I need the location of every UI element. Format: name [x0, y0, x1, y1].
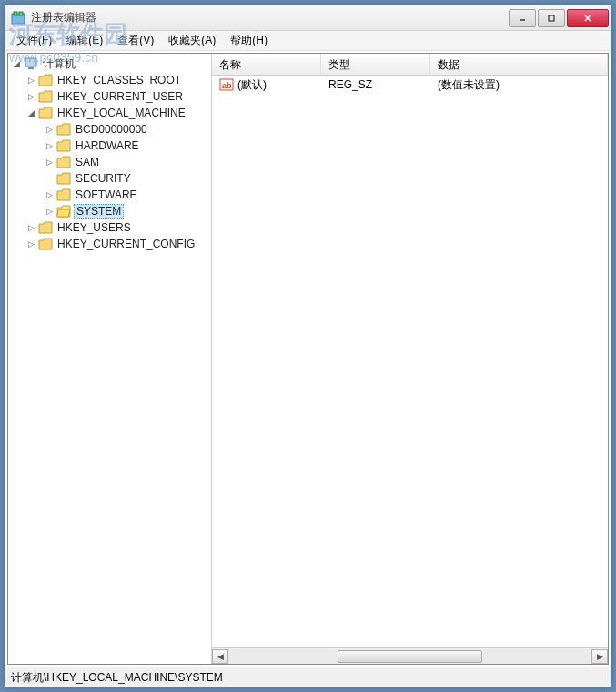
no-expand-icon — [45, 174, 55, 184]
scroll-left-button[interactable]: ◀ — [212, 649, 228, 664]
svg-rect-8 — [28, 67, 34, 69]
tree-item-hkcu[interactable]: ▷ HKEY_CURRENT_USER — [8, 88, 211, 105]
values-pane: 名称 类型 数据 ab(默认) REG_SZ (数值未设置) ◀ ▶ — [212, 54, 608, 664]
close-button[interactable] — [567, 9, 609, 27]
expand-icon[interactable]: ▷ — [45, 207, 55, 217]
value-data: (数值未设置) — [430, 77, 608, 93]
value-type: REG_SZ — [321, 78, 430, 91]
folder-icon — [38, 90, 53, 103]
tree-item-hkcc[interactable]: ▷ HKEY_CURRENT_CONFIG — [8, 236, 211, 252]
menu-view[interactable]: 查看(V) — [110, 31, 161, 50]
folder-icon — [38, 221, 53, 234]
menu-favorites[interactable]: 收藏夹(A) — [161, 31, 223, 50]
computer-icon — [24, 56, 38, 71]
expand-icon[interactable]: ▷ — [45, 125, 55, 135]
content-area: ◢ 计算机 ▷ HKEY_CLASSES_ROOT ▷ HKEY_CURRENT… — [7, 53, 609, 665]
minimize-button[interactable] — [509, 9, 536, 27]
expand-icon[interactable]: ▷ — [45, 141, 55, 151]
folder-open-icon — [56, 205, 71, 218]
svg-rect-4 — [549, 15, 554, 21]
svg-text:ab: ab — [222, 81, 232, 90]
collapse-icon[interactable]: ◢ — [12, 59, 22, 69]
expand-icon[interactable]: ▷ — [26, 92, 36, 102]
title-bar[interactable]: 注册表编辑器 — [5, 5, 611, 31]
menu-edit[interactable]: 编辑(E) — [59, 31, 110, 50]
expand-icon[interactable]: ▷ — [45, 158, 55, 168]
tree-label: SOFTWARE — [74, 188, 139, 201]
tree-item-hklm[interactable]: ◢ HKEY_LOCAL_MACHINE — [8, 105, 211, 121]
status-bar: 计算机\HKEY_LOCAL_MACHINE\SYSTEM — [5, 667, 611, 687]
list-row[interactable]: ab(默认) REG_SZ (数值未设置) — [212, 76, 608, 94]
tree-pane[interactable]: ◢ 计算机 ▷ HKEY_CLASSES_ROOT ▷ HKEY_CURRENT… — [8, 54, 212, 664]
window-title: 注册表编辑器 — [31, 10, 507, 25]
tree-item-hku[interactable]: ▷ HKEY_USERS — [8, 219, 211, 236]
tree-item-system[interactable]: ▷ SYSTEM — [8, 203, 211, 219]
tree-label: SYSTEM — [74, 204, 124, 219]
column-header-data[interactable]: 数据 — [430, 54, 608, 75]
tree-label: HKEY_CURRENT_USER — [56, 90, 185, 103]
menu-bar: 文件(F) 编辑(E) 查看(V) 收藏夹(A) 帮助(H) — [5, 31, 611, 51]
column-header-type[interactable]: 类型 — [321, 54, 430, 75]
tree-label: SAM — [74, 156, 101, 168]
tree-item-security[interactable]: SECURITY — [8, 170, 211, 187]
tree-item-hkcr[interactable]: ▷ HKEY_CLASSES_ROOT — [8, 72, 211, 88]
tree-item-hardware[interactable]: ▷ HARDWARE — [8, 137, 211, 154]
svg-rect-1 — [14, 12, 17, 15]
tree-root-computer[interactable]: ◢ 计算机 — [8, 56, 211, 72]
tree-label: HKEY_CURRENT_CONFIG — [56, 238, 197, 250]
tree-label: 计算机 — [41, 56, 77, 72]
tree-label: HKEY_LOCAL_MACHINE — [56, 107, 187, 119]
tree-label: HARDWARE — [74, 139, 141, 152]
scroll-thumb[interactable] — [338, 650, 483, 663]
tree-label: SECURITY — [74, 172, 133, 185]
tree-label: HKEY_CLASSES_ROOT — [56, 74, 183, 86]
registry-editor-window: 注册表编辑器 文件(F) 编辑(E) 查看(V) 收藏夹(A) 帮助(H) ◢ … — [5, 5, 611, 687]
column-header-name[interactable]: 名称 — [212, 54, 321, 75]
scroll-track[interactable] — [228, 649, 591, 664]
tree-item-sam[interactable]: ▷ SAM — [8, 154, 211, 170]
list-header: 名称 类型 数据 — [212, 54, 608, 76]
folder-icon — [56, 172, 71, 185]
folder-icon — [56, 139, 71, 152]
tree-label: HKEY_USERS — [56, 221, 133, 234]
folder-open-icon — [38, 107, 53, 119]
menu-help[interactable]: 帮助(H) — [223, 31, 275, 50]
expand-icon[interactable]: ▷ — [45, 190, 55, 200]
scroll-right-button[interactable]: ▶ — [591, 649, 608, 664]
regedit-icon — [11, 11, 25, 25]
menu-file[interactable]: 文件(F) — [9, 31, 59, 50]
collapse-icon[interactable]: ◢ — [26, 108, 36, 118]
expand-icon[interactable]: ▷ — [26, 76, 36, 86]
folder-icon — [56, 188, 71, 201]
folder-icon — [38, 74, 53, 86]
expand-icon[interactable]: ▷ — [26, 239, 36, 249]
value-name: (默认) — [237, 78, 267, 91]
folder-icon — [56, 156, 71, 168]
expand-icon[interactable]: ▷ — [26, 223, 36, 233]
svg-rect-2 — [19, 12, 23, 15]
folder-icon — [56, 123, 71, 136]
tree-label: BCD00000000 — [74, 123, 149, 136]
string-value-icon: ab — [219, 77, 234, 92]
maximize-button[interactable] — [538, 9, 565, 27]
status-path: 计算机\HKEY_LOCAL_MACHINE\SYSTEM — [11, 671, 223, 684]
list-body[interactable]: ab(默认) REG_SZ (数值未设置) — [212, 76, 608, 647]
svg-rect-7 — [25, 58, 36, 66]
folder-icon — [38, 238, 53, 250]
horizontal-scrollbar[interactable]: ◀ ▶ — [212, 647, 608, 664]
tree-item-bcd[interactable]: ▷ BCD00000000 — [8, 121, 211, 137]
tree-item-software[interactable]: ▷ SOFTWARE — [8, 187, 211, 203]
